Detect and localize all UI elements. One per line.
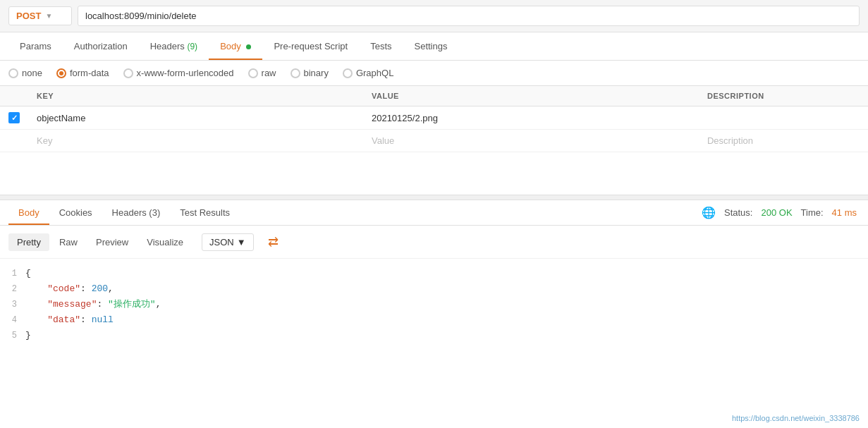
code-line-2: 2 "code": 200, (0, 281, 868, 297)
radio-urlencoded-circle (123, 68, 133, 78)
format-raw[interactable]: Raw (51, 233, 86, 251)
placeholder-value[interactable]: Value (363, 130, 699, 152)
time-value: 41 ms (832, 207, 857, 218)
row-desc[interactable] (699, 106, 868, 130)
status-value: 200 OK (761, 207, 792, 218)
tab-headers[interactable]: Headers (9) (139, 32, 209, 60)
code-line-1: 1 { (0, 266, 868, 281)
response-status: 🌐 Status: 200 OK Time: 41 ms (702, 206, 860, 219)
radio-raw-circle (248, 68, 258, 78)
row-checkbox[interactable] (0, 106, 28, 130)
format-visualize[interactable]: Visualize (138, 233, 192, 251)
response-tab-headers[interactable]: Headers (3) (102, 200, 171, 225)
placeholder-desc[interactable]: Description (699, 130, 868, 152)
form-data-table: KEY VALUE DESCRIPTION objectName 2021012… (0, 86, 868, 152)
radio-form-data-circle (56, 68, 66, 78)
radio-none-circle (8, 68, 18, 78)
body-type-row: none form-data x-www-form-urlencoded raw… (0, 61, 868, 86)
col-check (0, 86, 28, 106)
line-num-5: 5 (0, 329, 25, 343)
tab-tests[interactable]: Tests (359, 32, 403, 60)
headers-badge: (9) (187, 42, 197, 51)
globe-icon: 🌐 (702, 206, 716, 219)
line-num-3: 3 (0, 298, 25, 312)
radio-none[interactable]: none (8, 68, 42, 78)
row-value[interactable]: 20210125/2.png (363, 106, 699, 130)
radio-binary[interactable]: binary (291, 68, 329, 78)
tab-pre-request[interactable]: Pre-request Script (262, 32, 359, 60)
json-code-block: 1 { 2 "code": 200, 3 "message": "操作成功", … (0, 259, 868, 350)
col-value-header: VALUE (363, 86, 699, 106)
table-row: objectName 20210125/2.png (0, 106, 868, 130)
format-row: Pretty Raw Preview Visualize JSON ▼ ⇄ (0, 226, 868, 259)
tab-settings[interactable]: Settings (403, 32, 459, 60)
radio-form-data[interactable]: form-data (56, 68, 109, 78)
tab-authorization[interactable]: Authorization (63, 32, 139, 60)
json-dropdown[interactable]: JSON ▼ (202, 233, 254, 251)
body-dot (246, 44, 251, 49)
checkbox-checked[interactable] (8, 112, 20, 123)
radio-urlencoded[interactable]: x-www-form-urlencoded (123, 68, 234, 78)
radio-binary-circle (291, 68, 300, 78)
response-area: Body Cookies Headers (3) Test Results 🌐 … (0, 200, 868, 350)
placeholder-key[interactable]: Key (28, 130, 363, 152)
request-spacer (0, 152, 868, 195)
response-tab-body[interactable]: Body (8, 200, 49, 225)
radio-graphql-circle (343, 68, 353, 78)
json-dropdown-chevron: ▼ (237, 237, 246, 247)
col-key-header: KEY (28, 86, 363, 106)
request-tabs: Params Authorization Headers (9) Body Pr… (0, 32, 868, 61)
table-placeholder-row: Key Value Description (0, 130, 868, 152)
status-label: Status: (724, 207, 752, 218)
method-select[interactable]: POST ▼ (8, 6, 72, 25)
response-tabs-row: Body Cookies Headers (3) Test Results 🌐 … (0, 200, 868, 226)
response-tab-test-results[interactable]: Test Results (170, 200, 240, 225)
code-line-5: 5 } (0, 328, 868, 343)
code-line-3: 3 "message": "操作成功", (0, 297, 868, 312)
empty-checkbox (0, 130, 28, 152)
method-label: POST (16, 11, 41, 21)
line-num-4: 4 (0, 313, 25, 327)
format-preview[interactable]: Preview (87, 233, 137, 251)
wrap-button[interactable]: ⇄ (261, 231, 286, 252)
line-num-1: 1 (0, 267, 25, 281)
method-chevron: ▼ (45, 12, 52, 20)
code-line-4: 4 "data": null (0, 312, 868, 328)
radio-graphql[interactable]: GraphQL (343, 68, 393, 78)
radio-raw[interactable]: raw (248, 68, 276, 78)
response-tab-cookies[interactable]: Cookies (49, 200, 102, 225)
json-format-label: JSON (209, 237, 234, 247)
line-num-2: 2 (0, 282, 25, 296)
url-input[interactable] (78, 6, 860, 26)
section-divider (0, 195, 868, 200)
row-key[interactable]: objectName (28, 106, 363, 130)
url-bar: POST ▼ (0, 0, 868, 32)
tab-body[interactable]: Body (209, 32, 262, 60)
tab-params[interactable]: Params (8, 32, 63, 60)
format-pretty[interactable]: Pretty (8, 233, 49, 251)
col-desc-header: DESCRIPTION (699, 86, 868, 106)
time-label: Time: (801, 207, 824, 218)
